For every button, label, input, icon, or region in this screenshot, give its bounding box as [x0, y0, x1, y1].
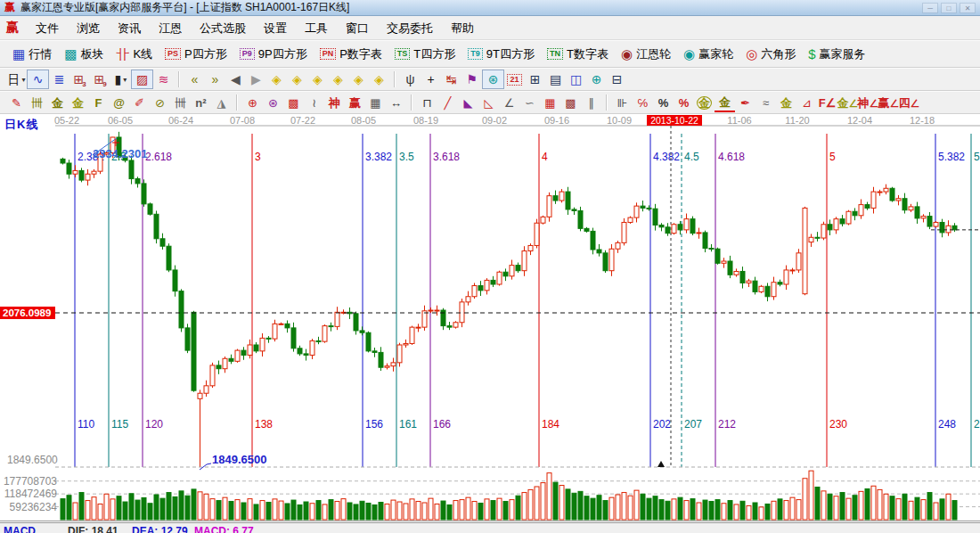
pen-measure-button[interactable]: ✐: [129, 94, 150, 111]
brush-button[interactable]: ✎: [6, 94, 27, 111]
multi-chart-9-button[interactable]: ⊞9: [90, 70, 110, 88]
measure-button[interactable]: ↹: [441, 70, 461, 88]
p-square-button[interactable]: PSP四方形: [159, 45, 233, 64]
menu-item-browse[interactable]: 浏览: [68, 19, 109, 37]
calendar-button[interactable]: 21: [504, 70, 525, 88]
calculator-button[interactable]: ⊞: [525, 70, 545, 88]
shen-tool-button[interactable]: 神: [324, 94, 345, 111]
crosshair-button[interactable]: +: [421, 70, 441, 88]
price-volume-table-button[interactable]: ≋: [153, 70, 174, 88]
menu-item-file[interactable]: 文件: [27, 19, 68, 37]
gold-angle-button[interactable]: 金∠: [837, 94, 858, 111]
pan-hand-button[interactable]: ψ: [400, 70, 421, 88]
network-button[interactable]: ⊕: [586, 70, 607, 88]
9p-square-button[interactable]: P99P四方形: [233, 45, 314, 64]
cycle-lines-button[interactable]: 卌: [170, 94, 191, 111]
winner-service-button[interactable]: $赢家服务: [802, 45, 871, 64]
chip-distribution-button[interactable]: ▨: [131, 70, 153, 89]
gann-arrow-left-button[interactable]: ◈: [266, 70, 287, 88]
box-measure-button[interactable]: ⊓: [417, 94, 437, 111]
save-button[interactable]: ◫: [566, 70, 586, 88]
n-square-button[interactable]: n²: [191, 94, 211, 111]
maximize-button[interactable]: □: [941, 3, 957, 13]
four-angle-button[interactable]: 四∠: [899, 94, 919, 111]
menu-item-window[interactable]: 窗口: [337, 19, 378, 37]
kline-button[interactable]: 卝K线: [110, 45, 159, 64]
ray-fan-purple-button[interactable]: ◣: [458, 94, 478, 111]
gann-fan-button[interactable]: ◺: [478, 94, 499, 111]
pattern-tool-button[interactable]: ⊛: [482, 70, 504, 89]
sectors-button[interactable]: ▩板块: [58, 45, 110, 64]
notes-button[interactable]: ▤: [545, 70, 566, 88]
gold-time-grid-button[interactable]: 金: [47, 94, 68, 111]
menu-item-gann[interactable]: 江恩: [150, 19, 191, 37]
percent-button[interactable]: %: [653, 94, 674, 111]
time-grid-button[interactable]: 卌: [27, 94, 47, 111]
first-page-button[interactable]: «: [184, 70, 205, 88]
menu-item-formula-stock-pick[interactable]: 公式选股: [191, 19, 255, 37]
t-square-button[interactable]: TST四方形: [388, 45, 461, 64]
gold-hlines-button[interactable]: 金: [715, 93, 735, 112]
p-number-table-button[interactable]: PNP数字表: [314, 45, 388, 64]
parallel-lines-button[interactable]: ∥: [581, 94, 601, 111]
menu-item-help[interactable]: 帮助: [442, 19, 483, 37]
next-bar-button[interactable]: ▶: [246, 70, 266, 88]
winner-wheel-button[interactable]: ◉赢家轮: [677, 45, 739, 64]
chart-area[interactable]: 05-2206-0506-2407-0807-2208-0508-1909-02…: [0, 114, 980, 533]
gann-wheel-button[interactable]: ◉江恩轮: [615, 45, 677, 64]
close-button[interactable]: ✕: [960, 3, 976, 13]
spiral-button[interactable]: @: [109, 94, 129, 111]
flag-pen-button[interactable]: ✒: [735, 94, 755, 111]
gann-arrow-cross-button[interactable]: ◈: [328, 70, 348, 88]
hexagon-button[interactable]: ◎六角形: [739, 45, 802, 64]
candle-style-button[interactable]: ▮▾: [110, 70, 131, 88]
price-scale-button[interactable]: ⊪: [612, 94, 633, 111]
zigzag-button[interactable]: ∽: [519, 94, 540, 111]
gann-arrow-grid-button[interactable]: ◈: [369, 70, 389, 88]
gold-bars-button[interactable]: 金: [776, 94, 796, 111]
multi-chart-3-button[interactable]: ⊞3: [69, 70, 90, 88]
j-angle-button[interactable]: ⊿: [796, 94, 817, 111]
menu-item-tools[interactable]: 工具: [296, 19, 337, 37]
prev-bar-button[interactable]: ◀: [225, 70, 246, 88]
trend-angle-button[interactable]: ∠: [499, 94, 519, 111]
candlestick-chart[interactable]: 05-2206-0506-2407-0807-2208-0508-1909-02…: [0, 114, 980, 533]
fib-time-zone-button[interactable]: F: [88, 94, 109, 111]
grid-123-button[interactable]: ▦: [365, 94, 386, 111]
h-measure-button[interactable]: ↔: [386, 94, 406, 111]
intraday-chart-button[interactable]: ∿: [27, 70, 49, 89]
last-page-button[interactable]: »: [205, 70, 225, 88]
wave-tool-button[interactable]: ≈: [755, 94, 776, 111]
gann-arrow-both-button[interactable]: ◈: [307, 70, 328, 88]
f-angle-button[interactable]: F∠: [817, 94, 837, 111]
pct-line-button[interactable]: %: [674, 94, 694, 111]
menu-item-news[interactable]: 资讯: [109, 19, 150, 37]
square-web-button[interactable]: ▩: [283, 94, 304, 111]
red-grid-2-button[interactable]: ▩: [560, 94, 581, 111]
quotes-button[interactable]: ▦行情: [6, 45, 58, 64]
ray-fan-red-button[interactable]: ╱: [437, 94, 458, 111]
t-number-table-button[interactable]: TNT数字表: [541, 45, 615, 64]
minimize-button[interactable]: ─: [922, 3, 938, 13]
gold-time-grid-2-button[interactable]: 金: [68, 94, 88, 111]
gann-circle-button[interactable]: ⊘: [150, 94, 170, 111]
9t-square-button[interactable]: T99T四方形: [461, 45, 541, 64]
spider-web-button[interactable]: ⊛: [263, 94, 283, 111]
k-wave-count-button[interactable]: ≀: [304, 94, 324, 111]
gann-arrow-star-button[interactable]: ◈: [348, 70, 369, 88]
menu-item-trade-entrust[interactable]: 交易委托: [378, 19, 442, 37]
mark-flag-button[interactable]: ⚑: [461, 70, 482, 88]
gann-arrow-right-button[interactable]: ◈: [287, 70, 307, 88]
red-grid-button[interactable]: ▦: [540, 94, 560, 111]
ying-tool-button[interactable]: 赢: [345, 94, 365, 111]
ying-angle-button[interactable]: 赢∠: [878, 94, 899, 111]
indicator-status-bar[interactable]: MACD DIF: 18.41 DEA: 12.79 MACD: 6.77: [0, 522, 980, 533]
gold-circle-button[interactable]: 金: [694, 94, 715, 111]
menu-item-settings[interactable]: 设置: [255, 19, 296, 37]
shen-angle-button[interactable]: 神∠: [858, 94, 878, 111]
print-button[interactable]: ⊟: [607, 70, 627, 88]
quote-list-button[interactable]: ≣: [49, 70, 69, 88]
circle-target-button[interactable]: ⊕: [242, 94, 263, 111]
pct-retrace-button[interactable]: ℅: [633, 94, 653, 111]
period-day-button[interactable]: 日▾: [6, 70, 27, 88]
